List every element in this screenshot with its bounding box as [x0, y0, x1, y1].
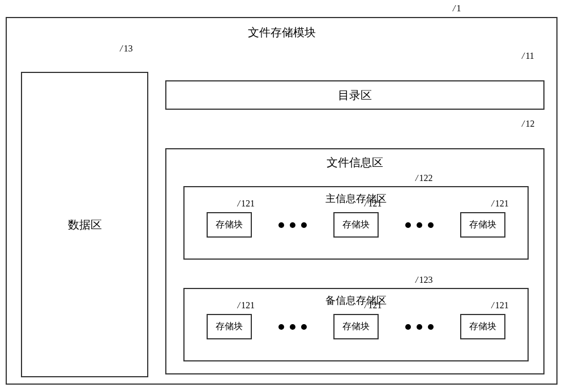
- dot-icon: [405, 222, 411, 228]
- main-storage-title: 主信息存储区: [185, 187, 528, 212]
- ref-block-1: 121: [238, 199, 255, 209]
- storage-block: 存储块: [460, 212, 505, 238]
- ref-main-storage: 122: [415, 173, 432, 183]
- ellipsis-dots: [405, 222, 434, 228]
- ellipsis-dots: [278, 324, 307, 330]
- ellipsis-dots: [405, 324, 434, 330]
- dot-icon: [278, 324, 284, 330]
- outer-title: 文件存储模块: [7, 18, 556, 47]
- directory-area: 目录区: [165, 80, 544, 110]
- ref-block-4: 121: [238, 300, 255, 311]
- directory-label: 目录区: [338, 88, 372, 103]
- main-storage-blocks: 121 存储块 121 存储块 121: [185, 212, 528, 238]
- ref-backup-storage: 123: [415, 275, 432, 285]
- ref-block-6: 121: [491, 300, 508, 311]
- ref-block-5: 121: [365, 300, 381, 311]
- backup-storage-title: 备信息存储区: [185, 289, 528, 314]
- dot-icon: [301, 222, 307, 228]
- dot-icon: [290, 324, 295, 330]
- dot-icon: [278, 222, 284, 228]
- data-area-label: 数据区: [68, 217, 102, 232]
- ref-directory: 11: [522, 51, 534, 61]
- backup-storage-area: 备信息存储区 121 存储块 121 存储块: [183, 288, 529, 361]
- dot-icon: [290, 222, 295, 228]
- storage-block: 存储块: [207, 314, 252, 339]
- dot-icon: [405, 324, 411, 330]
- backup-storage-blocks: 121 存储块 121 存储块 121: [185, 314, 528, 339]
- data-area: 数据区: [21, 72, 148, 377]
- ref-block-2: 121: [365, 199, 381, 209]
- file-info-title: 文件信息区: [166, 149, 543, 176]
- dot-icon: [428, 222, 434, 228]
- dot-icon: [417, 324, 422, 330]
- ref-data-area: 13: [120, 44, 132, 54]
- main-storage-area: 主信息存储区 121 存储块 121 存储块: [183, 186, 529, 260]
- storage-block: 存储块: [333, 212, 379, 238]
- dot-icon: [417, 222, 422, 228]
- ellipsis-dots: [278, 222, 307, 228]
- storage-block: 存储块: [333, 314, 379, 339]
- dot-icon: [301, 324, 307, 330]
- ref-file-info: 12: [522, 119, 534, 129]
- storage-block: 存储块: [460, 314, 505, 339]
- file-info-area: 文件信息区 122 主信息存储区 121 存储块 121 存储块: [165, 148, 544, 374]
- ref-block-3: 121: [491, 199, 508, 209]
- storage-block: 存储块: [207, 212, 252, 238]
- dot-icon: [428, 324, 434, 330]
- file-storage-module: 文件存储模块 13 数据区 11 目录区 12 文件信息区 122 主信息存储区…: [6, 17, 558, 385]
- ref-outer: 1: [453, 3, 461, 14]
